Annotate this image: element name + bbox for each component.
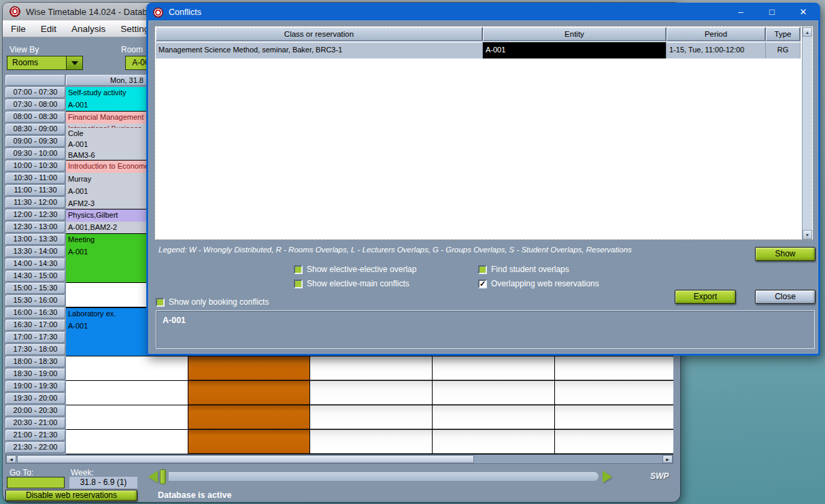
week-label: Week: xyxy=(71,468,94,477)
dialog-titlebar[interactable]: Conflicts – □ ✕ xyxy=(148,4,819,20)
checkbox-label: Show only booking conflicts xyxy=(169,297,269,307)
menu-edit[interactable]: Edit xyxy=(35,22,62,36)
cell-type[interactable]: RG xyxy=(766,42,801,58)
conflict-table-row[interactable]: Management Science Method, seminar, Bake… xyxy=(156,42,801,58)
column-header-entity[interactable]: Entity xyxy=(483,27,667,41)
scroll-right-icon[interactable]: ► xyxy=(662,455,673,463)
time-slot-button[interactable]: 11:30 - 12:00 xyxy=(5,197,65,208)
scroll-down-icon[interactable]: ▼ xyxy=(803,230,812,239)
scroll-up-icon[interactable]: ▲ xyxy=(803,27,812,37)
overlapping-web-reservations-checkbox[interactable]: ✓ xyxy=(478,280,487,288)
dialog-title: Conflicts xyxy=(169,7,201,17)
elective-elective-checkbox[interactable] xyxy=(294,265,303,274)
time-slot-button[interactable]: 20:30 - 21:00 xyxy=(5,418,65,429)
conflict-detail-panel: A-001 xyxy=(156,310,815,349)
minimize-icon[interactable]: – xyxy=(725,4,756,20)
time-slot-button[interactable]: 20:00 - 20:30 xyxy=(5,405,65,416)
checkbox-label: Find student overlaps xyxy=(491,265,569,274)
dialog-window-controls: – □ ✕ xyxy=(725,4,819,20)
legend-text: Legend: W - Wrongly Distributed, R - Roo… xyxy=(158,246,632,254)
time-slot-button[interactable]: 18:30 - 19:00 xyxy=(5,369,65,380)
time-slot-button[interactable]: 21:00 - 21:30 xyxy=(5,430,65,441)
grid-horizontal-scrollbar[interactable]: ◄ ► xyxy=(5,454,673,464)
find-student-overlaps-checkbox[interactable] xyxy=(478,265,487,274)
time-slot-button[interactable]: 16:30 - 17:00 xyxy=(5,320,65,331)
cell-period[interactable]: 1-15, Tue, 11:00-12:00 xyxy=(667,42,766,58)
conflicts-dialog-icon xyxy=(153,7,163,18)
week-slider-thumb[interactable] xyxy=(160,469,166,484)
show-button[interactable]: Show xyxy=(755,247,815,261)
conflicts-dialog: Conflicts – □ ✕ Class or reservation Ent… xyxy=(146,3,820,356)
column-header-type[interactable]: Type xyxy=(766,27,801,41)
time-slot-button[interactable]: 14:00 - 14:30 xyxy=(5,258,65,269)
time-slot-button[interactable]: 12:30 - 13:00 xyxy=(5,222,65,233)
time-slot-button[interactable]: 17:30 - 18:00 xyxy=(5,344,65,355)
view-by-combobox[interactable]: Rooms xyxy=(7,56,83,70)
view-by-value[interactable]: Rooms xyxy=(7,56,67,70)
main-window-title: Wise Timetable 14.024 - Database xyxy=(26,7,161,17)
time-slot-button[interactable]: 07:00 - 07:30 xyxy=(5,87,65,98)
time-slot-button[interactable]: 12:00 - 12:30 xyxy=(5,209,65,220)
maximize-icon[interactable]: □ xyxy=(756,4,788,20)
time-slot-button[interactable]: 09:30 - 10:00 xyxy=(5,148,65,159)
cell-entity-selected[interactable]: A-001 xyxy=(483,42,667,58)
time-slot-button[interactable]: 15:00 - 15:30 xyxy=(5,283,65,294)
close-button[interactable]: Close xyxy=(755,290,815,304)
checkbox-row-elective-elective: Show elective-elective overlap xyxy=(294,265,416,274)
goto-label: Go To: xyxy=(10,468,33,477)
time-slot-button[interactable]: 21:30 - 22:00 xyxy=(5,442,65,453)
scroll-left-icon[interactable]: ◄ xyxy=(6,455,16,463)
time-column: 07:00 - 07:3007:30 - 08:0008:00 - 08:300… xyxy=(5,87,65,454)
conflicts-table: Class or reservation Entity Period Type … xyxy=(154,26,813,240)
checkbox-label: Overlapping web reservations xyxy=(491,279,599,288)
show-only-booking-conflicts-checkbox[interactable] xyxy=(156,298,165,307)
column-header-class[interactable]: Class or reservation xyxy=(156,27,483,41)
time-slot-button[interactable]: 19:30 - 20:00 xyxy=(5,393,65,404)
table-vertical-scrollbar[interactable]: ▲ ▼ xyxy=(802,27,812,239)
time-slot-button[interactable]: 07:30 - 08:00 xyxy=(5,99,65,110)
checkbox-label: Show elective-main conflicts xyxy=(307,279,409,288)
time-slot-button[interactable]: 14:30 - 15:00 xyxy=(5,271,65,282)
checkbox-row-elective-main: Show elective-main conflicts xyxy=(294,279,409,288)
swp-label: SWP xyxy=(650,471,669,481)
checkbox-row-find-student: Find student overlaps xyxy=(478,265,569,274)
time-slot-button[interactable]: 19:00 - 19:30 xyxy=(5,381,65,392)
time-slot-button[interactable]: 10:30 - 11:00 xyxy=(5,173,65,184)
column-header-period[interactable]: Period xyxy=(667,27,766,41)
horizontal-scrollbar-thumb[interactable] xyxy=(17,455,474,463)
week-slider-track[interactable] xyxy=(169,472,599,481)
checkbox-label: Show elective-elective overlap xyxy=(307,265,416,274)
cell-class[interactable]: Management Science Method, seminar, Bake… xyxy=(156,42,483,58)
export-button[interactable]: Export xyxy=(675,290,736,304)
time-slot-button[interactable]: 08:00 - 08:30 xyxy=(5,112,65,122)
time-slot-button[interactable]: 08:30 - 09:00 xyxy=(5,124,65,135)
goto-input[interactable] xyxy=(7,477,65,488)
wise-timetable-app-icon xyxy=(10,6,20,17)
week-value: 31.8 - 6.9 (1) xyxy=(69,477,137,488)
grid-corner-cell xyxy=(5,75,65,86)
time-slot-button[interactable]: 09:00 - 09:30 xyxy=(5,136,65,147)
view-by-label: View By xyxy=(10,45,39,54)
view-by-dropdown-button[interactable] xyxy=(67,56,83,70)
room-label: Room xyxy=(121,45,143,54)
checkbox-row-overlapping-web: ✓ Overlapping web reservations xyxy=(478,279,599,288)
week-back-arrow-icon[interactable] xyxy=(148,471,158,483)
time-slot-button[interactable]: 13:00 - 13:30 xyxy=(5,234,65,245)
conflict-detail-text: A-001 xyxy=(156,311,814,325)
time-slot-button[interactable]: 15:30 - 16:00 xyxy=(5,295,65,306)
time-slot-button[interactable]: 17:00 - 17:30 xyxy=(5,332,65,343)
checkbox-row-booking-only: Show only booking conflicts xyxy=(156,297,269,307)
close-icon[interactable]: ✕ xyxy=(788,4,819,20)
menu-analysis[interactable]: Analysis xyxy=(66,22,111,36)
time-slot-button[interactable]: 18:00 - 18:30 xyxy=(5,356,65,367)
conflicts-table-header: Class or reservation Entity Period Type xyxy=(156,27,801,41)
time-slot-button[interactable]: 13:30 - 14:00 xyxy=(5,246,65,257)
menu-file[interactable]: File xyxy=(5,22,31,36)
desktop: Wise Timetable 14.024 - Database File Ed… xyxy=(0,0,825,504)
disable-web-reservations-button[interactable]: Disable web reservations xyxy=(5,490,137,501)
time-slot-button[interactable]: 10:00 - 10:30 xyxy=(5,161,65,171)
time-slot-button[interactable]: 16:00 - 16:30 xyxy=(5,307,65,318)
week-forward-arrow-icon[interactable] xyxy=(603,471,612,483)
elective-main-checkbox[interactable] xyxy=(294,280,303,288)
time-slot-button[interactable]: 11:00 - 11:30 xyxy=(5,185,65,196)
